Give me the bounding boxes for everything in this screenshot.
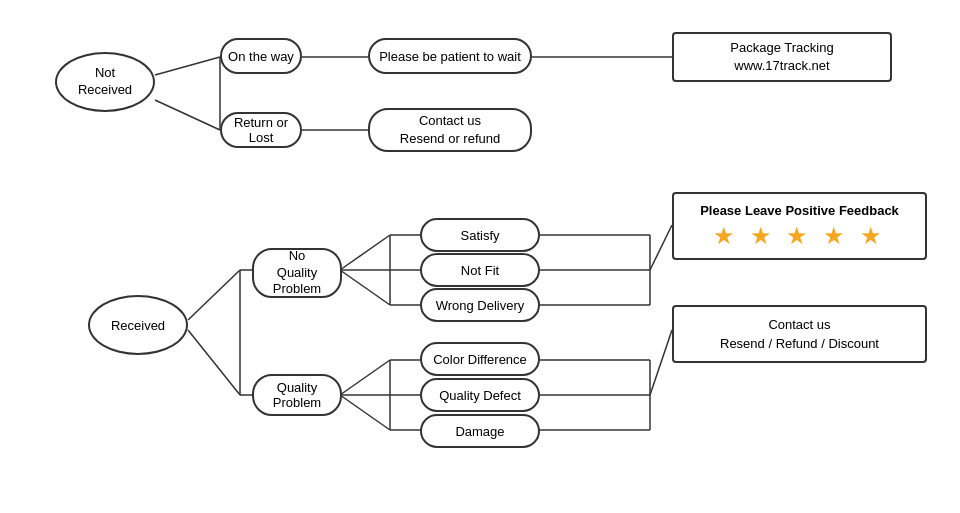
svg-line-14 (340, 360, 390, 395)
package-tracking-node: Package Tracking www.17track.net (672, 32, 892, 82)
contact-resend-refund-discount-node: Contact us Resend / Refund / Discount (672, 305, 927, 363)
svg-line-6 (188, 270, 240, 320)
feedback-title: Please Leave Positive Feedback (700, 203, 899, 218)
on-the-way-node: On the way (220, 38, 302, 74)
svg-line-11 (340, 270, 390, 305)
svg-line-0 (155, 57, 220, 75)
stars: ★ ★ ★ ★ ★ (713, 222, 886, 250)
svg-line-34 (650, 330, 672, 395)
wrong-delivery-node: Wrong Delivery (420, 288, 540, 322)
not-received-node: Not Received (55, 52, 155, 112)
svg-line-1 (155, 100, 220, 130)
return-lost-node: Return or Lost (220, 112, 302, 148)
feedback-box: Please Leave Positive Feedback ★ ★ ★ ★ ★ (672, 192, 927, 260)
quality-problem-node: Quality Problem (252, 374, 342, 416)
damage-node: Damage (420, 414, 540, 448)
svg-line-9 (340, 235, 390, 270)
satisfy-node: Satisfy (420, 218, 540, 252)
svg-line-7 (188, 330, 240, 395)
contact-resend-refund-node: Contact us Resend or refund (368, 108, 532, 152)
quality-defect-node: Quality Defect (420, 378, 540, 412)
no-quality-problem-node: No Quality Problem (252, 248, 342, 298)
please-patient-node: Please be patient to wait (368, 38, 532, 74)
not-fit-node: Not Fit (420, 253, 540, 287)
svg-line-16 (340, 395, 390, 430)
svg-line-33 (650, 225, 672, 270)
color-difference-node: Color Difference (420, 342, 540, 376)
received-node: Received (88, 295, 188, 355)
